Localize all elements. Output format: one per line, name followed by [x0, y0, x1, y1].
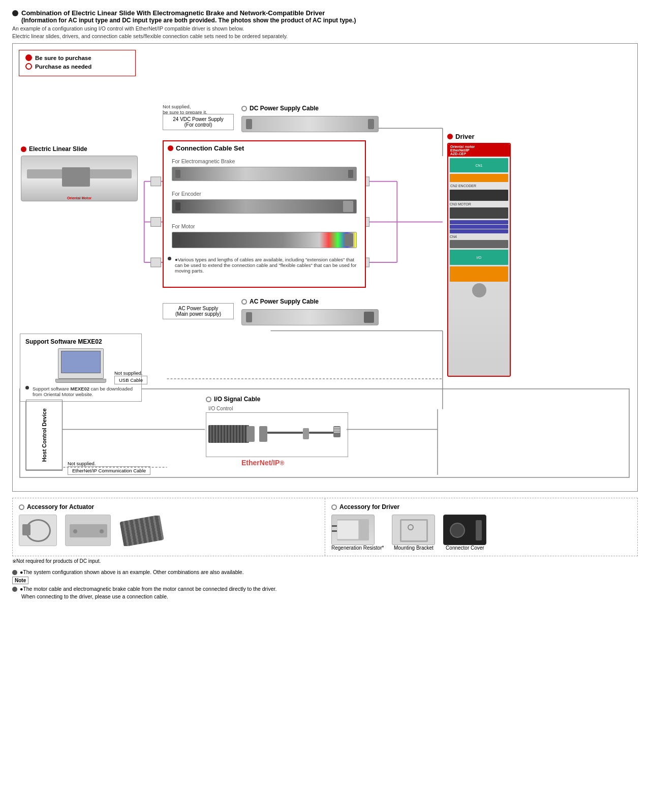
io-pin2	[334, 429, 340, 430]
driver-terminal-cn5: I/O	[450, 250, 508, 265]
io-control-subtitle: I/O Control	[208, 406, 233, 411]
acc-actuator-title-row: Accessory for Actuator	[19, 503, 319, 510]
driver-model: AZD-CEP	[450, 152, 508, 156]
note1-bullet	[12, 570, 17, 575]
support-desc-row: Support software MEXE02 can be downloade…	[25, 386, 136, 397]
not-supplied-eth-text: Not supplied.	[68, 461, 150, 466]
ac-power-line1: AC Power Supply	[166, 306, 230, 311]
driver-cn2-label: CN2 ENCODER	[450, 184, 508, 188]
ac-cable-circle	[241, 299, 247, 305]
io-cable-box	[206, 412, 348, 457]
driver-brand: Oriental motor	[450, 145, 508, 148]
not-required-text: ※Not required for products of DC input.	[12, 558, 101, 564]
cover-round	[450, 523, 465, 538]
ac-cable-visual	[241, 309, 379, 325]
not-supplied-eth-label: Not supplied. EtherNet/IP Communication …	[68, 461, 150, 475]
em-brake-cable-visual	[172, 167, 357, 181]
cable-set-filled-circle	[168, 145, 173, 151]
laptop-screen	[61, 351, 101, 373]
io-cable-visual	[208, 415, 341, 456]
note-line3: When connecting to the driver, please us…	[21, 593, 638, 599]
regen-wire1	[332, 525, 337, 527]
io-signal-label-row: I/O Signal Cable	[206, 396, 260, 403]
motor-cable-area: For Motor	[164, 220, 365, 251]
ethernet-ip-sup: ®	[280, 460, 284, 467]
driver-blue-block3	[450, 229, 508, 233]
els-filled-circle	[21, 146, 26, 152]
driver-cn2-block	[450, 190, 508, 201]
io-conn2	[259, 426, 267, 442]
note-box-row: Note	[12, 577, 638, 584]
io-wire	[267, 432, 303, 434]
accessories-section: Accessory for Actuator	[12, 498, 638, 556]
driver-blue-block2	[450, 225, 508, 229]
not-supplied-text1: Not supplied,	[163, 104, 207, 109]
dc-cable-label: DC Power Supply Cable	[250, 105, 319, 112]
io-conn4	[333, 426, 341, 437]
driver-label-row: Driver	[447, 133, 475, 140]
motor-cable-conn-l	[175, 235, 180, 245]
bracket-label: Mounting Bracket	[392, 545, 435, 551]
driver-label: Driver	[455, 133, 475, 140]
io-pin1	[334, 427, 340, 428]
enc-cable-conn-l	[175, 202, 180, 210]
cable-set-title-row: Connection Cable Set	[164, 141, 365, 155]
cable-note-area: ●Various types and lengths of cables are…	[164, 254, 365, 277]
support-desc-bullet	[25, 386, 29, 389]
acc-driver-title-row: Accessory for Driver	[331, 503, 631, 510]
main-diagram: Be sure to purchase Purchase as needed N…	[12, 43, 638, 492]
host-control-label: Host Control Device	[41, 408, 47, 462]
driver-blue-block	[450, 220, 508, 224]
mounting-bracket-img	[392, 515, 435, 545]
not-supplied-usb-text: Not supplied.	[114, 370, 147, 376]
host-control-device-box: Host Control Device	[26, 400, 63, 471]
regen-silver-part	[337, 520, 359, 539]
driver-ethernet-port	[450, 240, 508, 248]
motor-cable-visual	[172, 232, 357, 248]
note1-text: ●The system configuration shown above is…	[20, 569, 244, 575]
mexe02-bold-desc: MEXE02	[70, 386, 89, 392]
acc-driver-title: Accessory for Driver	[339, 503, 399, 510]
driver-brand2: EtherNet/IP	[450, 148, 508, 152]
cable-note-bullet	[168, 257, 171, 260]
acc-connector-small	[22, 524, 30, 535]
dc-cable-circle	[241, 106, 247, 111]
acc-actuator-item3	[119, 516, 165, 546]
io-pin3	[334, 430, 340, 431]
24vdc-label-line2: (For control)	[166, 122, 230, 128]
ac-cable-conn-l	[246, 312, 252, 322]
note-line1: ●The system configuration shown above is…	[12, 569, 638, 575]
els-carriage	[62, 167, 90, 187]
driver-cn3-label: CN3 MOTOR	[450, 202, 508, 206]
driver-header: Oriental motor EtherNet/IP AZD-CEP	[448, 144, 510, 157]
acc-hole1	[73, 529, 77, 533]
driver-visual-inner: Oriental motor EtherNet/IP AZD-CEP CN1 C…	[448, 144, 510, 376]
notes-section: ●The system configuration shown above is…	[12, 569, 638, 599]
els-label-row: Electric Linear Slide	[21, 145, 87, 153]
ac-cable-label: AC Power Supply Cable	[250, 298, 319, 305]
regen-resistor-img	[331, 515, 375, 545]
ac-cable-conn-r	[364, 312, 374, 323]
cable-set-title: Connection Cable Set	[176, 144, 244, 152]
page: Combination of Electric Linear Slide Wit…	[0, 0, 650, 609]
ethernet-comm-box: EtherNet/IP Communication Cable	[68, 466, 150, 475]
svg-rect-12	[151, 217, 161, 226]
ethernet-ip-brand-label: EtherNet/IP®	[241, 459, 284, 472]
em-brake-label: For Electromagnetic Brake	[168, 157, 361, 166]
em-cable-conn-r	[348, 170, 353, 178]
dc-cable-visual	[241, 116, 379, 132]
usb-cable-label: USB Cable	[119, 377, 143, 383]
title-line1: Combination of Electric Linear Slide Wit…	[12, 9, 638, 17]
ac-power-line2: (Main power supply)	[166, 311, 230, 317]
cable-note-text: ●Various types and lengths of cables are…	[175, 257, 361, 274]
diagram-container: Be sure to purchase Purchase as needed N…	[13, 44, 637, 491]
acc-driver-items: Regeneration Resistor* Mounting Bracket	[331, 515, 631, 551]
connection-cable-set-box: Connection Cable Set For Electromagnetic…	[163, 140, 366, 288]
legend-purchase-label: Be sure to purchase	[35, 55, 91, 61]
acc-item3-img	[119, 516, 165, 546]
connector-cover-img	[443, 515, 486, 545]
usb-cable-box: USB Cable	[114, 376, 147, 384]
driver-bottom-terminal	[450, 266, 508, 282]
acc-item1-img	[19, 515, 57, 546]
laptop-base	[55, 379, 106, 383]
